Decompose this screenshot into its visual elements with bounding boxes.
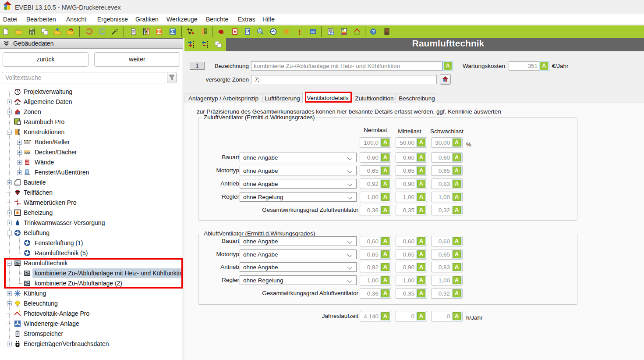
svg-text:?: ? [372, 29, 375, 34]
svg-text:55: 55 [311, 30, 315, 34]
